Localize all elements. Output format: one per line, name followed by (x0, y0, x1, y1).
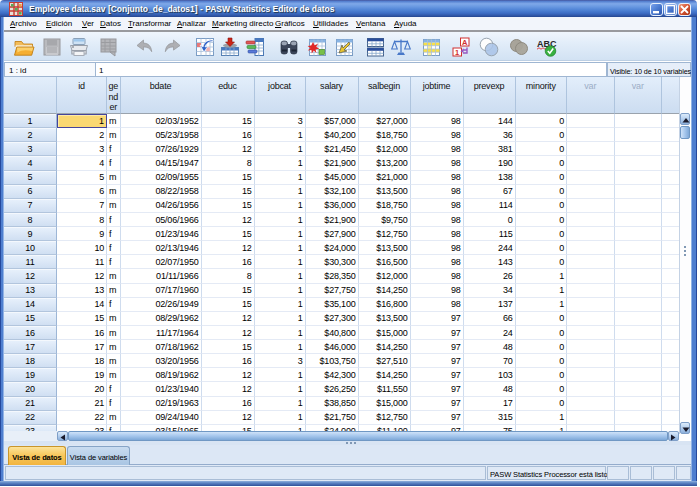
svg-text:1: 1 (455, 48, 459, 57)
svg-text:A: A (462, 38, 468, 47)
